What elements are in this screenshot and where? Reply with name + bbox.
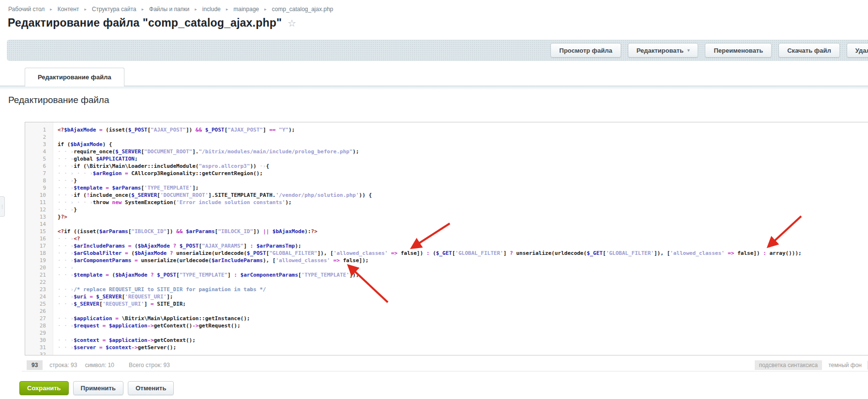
line-number: 15 [25, 228, 53, 235]
footer-buttons: СохранитьПрименитьОтменить [19, 381, 174, 395]
code-line: 17· · ›$arIncludeParams = ($bAjaxMode ? … [25, 242, 868, 250]
breadcrumb: Рабочий стол▸Контент▸Структура сайта▸Фай… [8, 6, 333, 13]
code-line: 24· · ›$uri = $_SERVER['REQUEST_URI']; [25, 293, 868, 300]
breadcrumb-separator-icon: ▸ [264, 7, 267, 12]
toolbar-button-просмотр-файла[interactable]: Просмотр файла [550, 43, 621, 58]
code-text: · · ›$request = $application->getContext… [53, 322, 241, 329]
line-number: 8 [25, 177, 53, 184]
code-line: 20· · › [25, 264, 868, 271]
code-text: · · ›$arGlobalFilter = ($bAjaxMode ? uns… [53, 250, 802, 257]
breadcrumb-item[interactable]: include [202, 6, 221, 13]
code-line: 16· · ›<? [25, 235, 868, 242]
code-text: · · ›$template = ($bAjaxMode ? $_POST["T… [53, 271, 359, 279]
breadcrumb-item[interactable]: comp_catalog_ajax.php [272, 6, 334, 13]
code-line: 9· · ›$template = $arParams['TYPE_TEMPLA… [25, 184, 868, 192]
toolbar-button-переименовать[interactable]: Переименовать [705, 43, 772, 58]
code-text [53, 351, 61, 355]
code-line: 23· · ›/* replace REQUEST_URI to SITE_DI… [25, 286, 868, 293]
code-area[interactable]: 1<?$bAjaxMode = (isset($_POST["AJAX_POST… [25, 122, 868, 355]
breadcrumb-separator-icon: ▸ [50, 7, 52, 12]
breadcrumb-item[interactable]: Рабочий стол [8, 6, 45, 13]
line-number: 29 [25, 329, 53, 337]
toolbar-button-удалить[interactable]: Удалить [847, 43, 868, 58]
code-text [53, 329, 61, 337]
line-number: 16 [25, 235, 53, 242]
toolbar-buttons: Просмотр файлаРедактировать▾Переименоват… [550, 43, 868, 58]
code-line: 15<?if ((isset($arParams["IBLOCK_ID"]) &… [25, 228, 868, 235]
line-number: 25 [25, 300, 53, 308]
breadcrumb-item[interactable]: mainpage [233, 6, 259, 13]
syntax-highlight-toggle[interactable]: подсветка синтаксиса [755, 360, 822, 370]
status-char: символ: 10 [85, 362, 114, 369]
line-number: 11 [25, 199, 53, 206]
code-text: · · ›} [53, 206, 77, 213]
line-number: 18 [25, 250, 53, 257]
breadcrumb-separator-icon: ▸ [84, 7, 87, 12]
line-number: 30 [25, 337, 53, 344]
code-text: }?> [53, 213, 67, 221]
code-text: · · ›global $APPLICATION; [53, 155, 138, 163]
dark-theme-toggle[interactable]: темный фон [828, 362, 862, 369]
section-heading: Редактирование файла [8, 95, 109, 105]
code-line: 13}?> [25, 213, 868, 221]
code-text: · · › · · ›$arRegion = CAllcorp3Regional… [53, 170, 263, 177]
code-line: 29 [25, 329, 868, 337]
line-number: 3 [25, 141, 53, 148]
breadcrumb-item[interactable]: Структура сайта [92, 6, 137, 13]
toolbar-button-редактировать[interactable]: Редактировать▾ [628, 43, 699, 58]
sidebar-collapse-handle[interactable]: ⋮ [0, 196, 5, 217]
code-text: · · ›/* replace REQUEST_URI to SITE_DIR … [53, 286, 266, 293]
code-text [53, 308, 61, 315]
code-text [53, 221, 61, 228]
code-line: 7· · › · · ›$arRegion = CAllcorp3Regiona… [25, 170, 868, 177]
line-number: 4 [25, 148, 53, 155]
page-title: Редактирование файла "comp_catalog_ajax.… [8, 16, 282, 30]
code-line: 32 [25, 351, 868, 355]
breadcrumb-separator-icon: ▸ [195, 7, 197, 12]
chevron-down-icon: ▾ [687, 48, 690, 53]
line-number: 20 [25, 264, 53, 271]
line-number: 17 [25, 242, 53, 250]
code-editor[interactable]: 1<?$bAjaxMode = (isset($_POST["AJAX_POST… [25, 122, 868, 355]
toolbar-button-скачать-файл[interactable]: Скачать файл [778, 43, 839, 58]
line-number: 22 [25, 279, 53, 286]
code-text: · · ›$_SERVER['REQUEST_URI'] = SITE_DIR; [53, 300, 186, 308]
tab-file-edit[interactable]: Редактирование файла [25, 68, 124, 87]
breadcrumb-item[interactable]: Контент [58, 6, 79, 13]
favorite-star-icon[interactable]: ☆ [288, 18, 296, 28]
line-number: 23 [25, 286, 53, 293]
line-number: 14 [25, 221, 53, 228]
line-number: 28 [25, 322, 53, 329]
toolbar-button-label: Переименовать [714, 47, 763, 54]
line-number: 26 [25, 308, 53, 315]
code-line: 25· · ›$_SERVER['REQUEST_URI'] = SITE_DI… [25, 300, 868, 308]
code-line: 3if ($bAjaxMode) { [25, 141, 868, 148]
tabbar-gradient-strip [0, 86, 868, 89]
code-line: 22 [25, 279, 868, 286]
line-number: 19 [25, 257, 53, 264]
code-line: 30· · ›$context = $application->getConte… [25, 337, 868, 344]
code-text: · · › · · ›throw new SystemException('Er… [53, 199, 292, 206]
code-line: 8· · ›} [25, 177, 868, 184]
footer-button-применить[interactable]: Применить [73, 381, 123, 395]
code-line: 21· · ›$template = ($bAjaxMode ? $_POST[… [25, 271, 868, 279]
line-number: 9 [25, 184, 53, 192]
code-text: <?$bAjaxMode = (isset($_POST["AJAX_POST"… [53, 126, 295, 133]
line-number: 12 [25, 206, 53, 213]
footer-button-отменить[interactable]: Отменить [128, 381, 174, 395]
footer-button-сохранить[interactable]: Сохранить [19, 381, 69, 395]
line-number: 24 [25, 293, 53, 300]
code-text: · · ›if (!include_once($_SERVER['DOCUMEN… [53, 192, 372, 199]
line-number: 6 [25, 163, 53, 170]
breadcrumb-item[interactable]: Файлы и папки [149, 6, 189, 13]
code-line: 26 [25, 308, 868, 315]
code-text: · · ›$arIncludeParams = ($bAjaxMode ? $_… [53, 242, 301, 250]
status-line: строка: 93 [49, 362, 77, 369]
code-line: 31· · ›$server = $context->getServer(); [25, 344, 868, 351]
code-line: 27· · ›$application = \Bitrix\Main\Appli… [25, 315, 868, 322]
code-text: · · ›$context = $application->getContext… [53, 337, 196, 344]
code-line: 28· · ›$request = $application->getConte… [25, 322, 868, 329]
toolbar: Просмотр файлаРедактировать▾Переименоват… [7, 40, 868, 61]
line-number: 1 [25, 126, 53, 133]
line-number: 32 [25, 351, 53, 355]
